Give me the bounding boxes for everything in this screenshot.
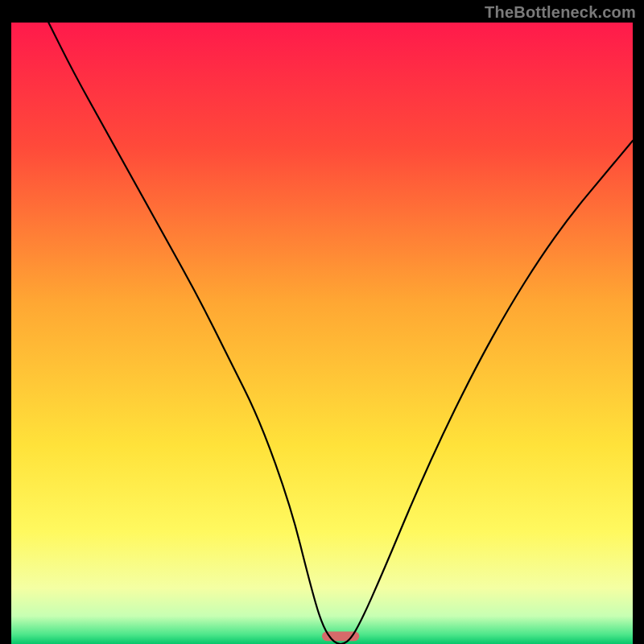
plot-area (11, 23, 633, 644)
attribution-text: TheBottleneck.com (485, 3, 636, 22)
chart-frame: TheBottleneck.com (0, 0, 644, 644)
plot-svg (11, 23, 633, 644)
gradient-background (11, 23, 633, 644)
